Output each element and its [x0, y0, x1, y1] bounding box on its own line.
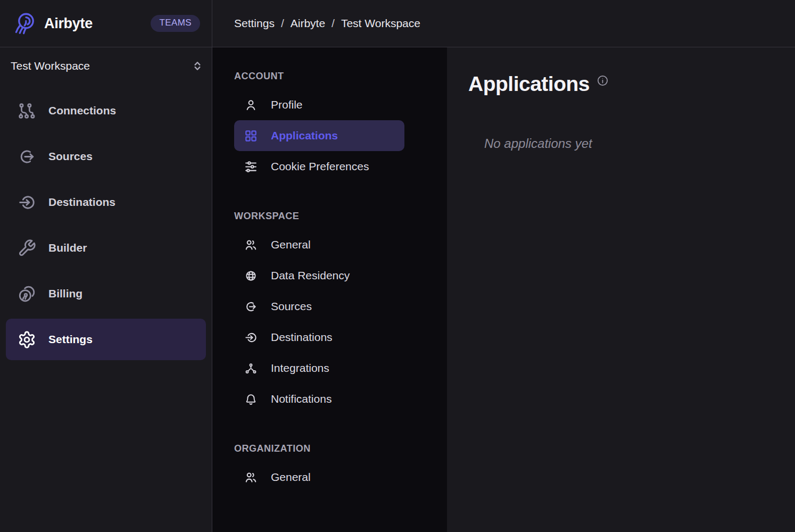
top-bar: Airbyte TEAMS Settings / Airbyte / Test …: [0, 0, 795, 47]
sidebar-item-label: Builder: [48, 242, 87, 254]
globe-icon: [244, 269, 258, 282]
breadcrumb-separator: /: [332, 17, 335, 30]
settings-item-label: Applications: [271, 129, 338, 142]
teams-badge: TEAMS: [151, 15, 200, 32]
workspace-name: Test Workspace: [11, 60, 90, 72]
destination-arrow-icon: [244, 331, 258, 344]
settings-item-workspace-sources[interactable]: Sources: [234, 291, 404, 322]
settings-item-workspace-general[interactable]: General: [234, 229, 404, 260]
connections-icon: [18, 102, 36, 120]
grid-icon: [244, 129, 258, 143]
settings-nav-panel: ACCOUNT Profile Applications: [212, 47, 447, 532]
settings-item-integrations[interactable]: Integrations: [234, 353, 404, 384]
settings-item-label: Sources: [271, 300, 312, 313]
settings-item-label: Data Residency: [271, 269, 350, 282]
section-title: ACCOUNT: [234, 70, 447, 82]
users-icon: [244, 471, 258, 484]
section-title: WORKSPACE: [234, 210, 447, 222]
section-title: ORGANIZATION: [234, 443, 447, 454]
coins-icon: [18, 285, 36, 303]
settings-item-notifications[interactable]: Notifications: [234, 384, 404, 414]
main-content: Applications No applications yet: [447, 47, 795, 532]
sidebar-item-label: Connections: [48, 104, 116, 117]
settings-item-label: Integrations: [271, 362, 329, 375]
top-bar-brand-area: Airbyte TEAMS: [0, 0, 212, 47]
sidebar-item-destinations[interactable]: Destinations: [6, 181, 206, 223]
settings-item-label: Cookie Preferences: [271, 160, 369, 173]
airbyte-octopus-icon: [12, 11, 37, 36]
settings-section-account: ACCOUNT Profile Applications: [234, 70, 447, 182]
sidebar-item-billing[interactable]: Billing: [6, 273, 206, 314]
chevron-up-down-icon: [191, 59, 204, 73]
breadcrumb-test-workspace[interactable]: Test Workspace: [341, 17, 420, 30]
sidebar-item-label: Sources: [48, 150, 93, 163]
sidebar-nav: Connections Sources Destinations: [0, 90, 212, 360]
settings-section-organization: ORGANIZATION General: [234, 443, 447, 493]
brand-name: Airbyte: [44, 15, 93, 32]
empty-state-message: No applications yet: [484, 136, 795, 151]
sliders-icon: [244, 160, 258, 173]
settings-section-workspace: WORKSPACE General: [234, 210, 447, 414]
page-title: Applications: [468, 72, 590, 96]
settings-item-workspace-destinations[interactable]: Destinations: [234, 322, 404, 353]
settings-item-label: Destinations: [271, 331, 333, 344]
source-arrow-icon: [18, 147, 36, 166]
settings-item-organization-general[interactable]: General: [234, 462, 404, 493]
settings-item-data-residency[interactable]: Data Residency: [234, 260, 404, 291]
info-icon[interactable]: [597, 74, 609, 87]
breadcrumb-airbyte[interactable]: Airbyte: [291, 17, 325, 30]
sidebar-item-settings[interactable]: Settings: [6, 319, 206, 360]
sidebar-item-label: Settings: [48, 333, 93, 346]
app-body: Test Workspace Connections: [0, 47, 795, 532]
breadcrumb: Settings / Airbyte / Test Workspace: [212, 0, 420, 47]
settings-item-label: Notifications: [271, 393, 332, 405]
bell-icon: [244, 393, 258, 406]
users-icon: [244, 238, 258, 252]
source-arrow-icon: [244, 300, 258, 313]
settings-item-cookie-preferences[interactable]: Cookie Preferences: [234, 151, 404, 182]
sidebar-item-builder[interactable]: Builder: [6, 227, 206, 269]
settings-item-label: General: [271, 238, 311, 251]
wrench-icon: [18, 239, 36, 257]
sidebar-item-label: Destinations: [48, 196, 115, 209]
gear-icon: [18, 330, 36, 349]
settings-item-profile[interactable]: Profile: [234, 89, 404, 120]
settings-item-label: General: [271, 471, 311, 484]
workspace-selector[interactable]: Test Workspace: [0, 47, 212, 85]
airbyte-logo[interactable]: Airbyte: [12, 11, 93, 36]
user-icon: [244, 98, 258, 112]
sidebar-item-connections[interactable]: Connections: [6, 90, 206, 131]
breadcrumb-separator: /: [281, 17, 284, 30]
settings-item-applications[interactable]: Applications: [234, 120, 404, 151]
airbyte-app: Airbyte TEAMS Settings / Airbyte / Test …: [0, 0, 795, 532]
sidebar-item-label: Billing: [48, 287, 82, 300]
destination-arrow-icon: [18, 193, 36, 212]
sidebar-item-sources[interactable]: Sources: [6, 136, 206, 177]
settings-item-label: Profile: [271, 98, 303, 111]
network-icon: [244, 362, 258, 375]
sidebar: Test Workspace Connections: [0, 47, 212, 532]
breadcrumb-settings[interactable]: Settings: [234, 17, 275, 30]
